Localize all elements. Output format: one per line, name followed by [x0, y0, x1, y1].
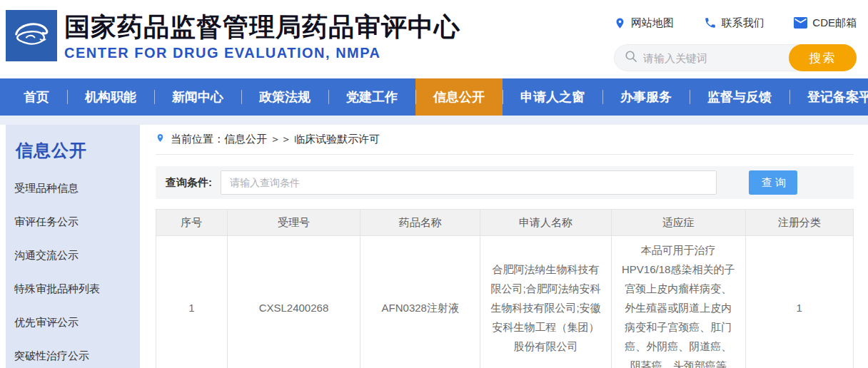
site-search: 搜索	[614, 44, 857, 71]
sitemap-link[interactable]: 网站地图	[614, 16, 674, 30]
cde-logo-swirl-icon	[9, 11, 54, 60]
site-title: 国家药品监督管理局药品审评中心	[64, 11, 460, 43]
cell-acceptance-no: CXSL2400268	[227, 236, 360, 368]
breadcrumb-text[interactable]: 当前位置：信息公开 ＞＞ 临床试验默示许可	[171, 133, 380, 146]
nav-item-info-disclosure[interactable]: 信息公开	[415, 78, 503, 116]
cell-drug-name: AFN0328注射液	[360, 236, 480, 368]
cell-applicant: 合肥阿法纳生物科技有限公司;合肥阿法纳安科生物科技有限公司;安徽安科生物工程（集…	[480, 236, 612, 368]
breadcrumb: 当前位置：信息公开 ＞＞ 临床试验默示许可	[156, 125, 854, 155]
col-header-indication: 适应症	[611, 210, 745, 236]
col-header-drug-name: 药品名称	[360, 210, 480, 236]
col-header-acceptance-no: 受理号	[227, 210, 360, 236]
contact-label: 联系我们	[722, 16, 764, 30]
nav-item-registration-platform[interactable]: 登记备案平台	[789, 78, 868, 116]
query-button[interactable]: 查询	[749, 170, 797, 195]
sidebar-item-communication[interactable]: 沟通交流公示	[6, 239, 140, 272]
nav-item-party[interactable]: 党建工作	[328, 78, 415, 116]
brand-block: 国家药品监督管理局药品审评中心 CENTER FOR DRUG EVALUATI…	[64, 11, 460, 61]
location-pin-icon	[156, 132, 165, 146]
contact-link[interactable]: 联系我们	[704, 16, 764, 30]
col-header-registration-class: 注册分类	[745, 210, 853, 236]
sidebar-item-priority-review[interactable]: 优先审评公示	[6, 306, 140, 339]
envelope-icon	[794, 17, 807, 29]
sidebar-item-accepted-varieties[interactable]: 受理品种信息	[6, 172, 140, 205]
main-nav-list: 首页 机构职能 新闻中心 政策法规 党建工作 信息公开 申请人之窗 办事服务 监…	[0, 78, 868, 116]
cell-registration-class: 1	[745, 236, 853, 368]
sidebar-item-breakthrough-therapy[interactable]: 突破性治疗公示	[6, 339, 140, 368]
query-condition-label: 查询条件:	[166, 176, 212, 190]
table-row: 1 CXSL2400268 AFN0328注射液 合肥阿法纳生物科技有限公司;合…	[156, 236, 854, 368]
header-right: 网站地图 联系我们 CDE邮箱 搜索	[614, 14, 857, 71]
site-subtitle: CENTER FOR DRUG EVALUATION, NMPA	[64, 45, 460, 61]
sidebar-title: 信息公开	[16, 139, 140, 162]
main-nav: 首页 机构职能 新闻中心 政策法规 党建工作 信息公开 申请人之窗 办事服务 监…	[0, 78, 868, 116]
cell-indication: 本品可用于治疗HPV16/18感染相关的子宫颈上皮内瘤样病变、外生殖器或阴道上皮…	[611, 236, 745, 368]
cde-mail-label: CDE邮箱	[812, 16, 857, 30]
magnifier-icon	[625, 50, 637, 66]
content-area: 当前位置：信息公开 ＞＞ 临床试验默示许可 查询条件: 查询 序号 受理号 药品…	[156, 125, 854, 368]
cde-logo	[6, 10, 57, 61]
table-header-row: 序号 受理号 药品名称 申请人名称 适应症 注册分类	[156, 210, 854, 236]
sidebar-item-special-approval[interactable]: 特殊审批品种列表	[6, 272, 140, 306]
map-pin-icon	[614, 16, 626, 30]
main-area: 信息公开 受理品种信息 审评任务公示 沟通交流公示 特殊审批品种列表 优先审评公…	[0, 125, 868, 368]
nav-item-services[interactable]: 办事服务	[602, 78, 690, 116]
nav-item-functions[interactable]: 机构职能	[67, 78, 154, 116]
sidebar-item-review-tasks[interactable]: 审评任务公示	[6, 205, 140, 239]
sidebar: 信息公开 受理品种信息 审评任务公示 沟通交流公示 特殊审批品种列表 优先审评公…	[6, 125, 140, 368]
nav-item-policies[interactable]: 政策法规	[241, 78, 328, 116]
search-button[interactable]: 搜索	[789, 44, 857, 71]
query-panel: 查询条件: 查询	[156, 166, 854, 199]
nav-item-supervision[interactable]: 监督与反馈	[690, 78, 789, 116]
results-table: 序号 受理号 药品名称 申请人名称 适应症 注册分类 1 CXSL2400268…	[156, 209, 854, 368]
col-header-seq: 序号	[156, 210, 228, 236]
nav-bottom-band	[0, 116, 868, 125]
nav-item-news[interactable]: 新闻中心	[154, 78, 241, 116]
nav-item-applicant-window[interactable]: 申请人之窗	[503, 78, 602, 116]
site-header: 国家药品监督管理局药品审评中心 CENTER FOR DRUG EVALUATI…	[0, 0, 868, 78]
phone-icon	[704, 16, 717, 29]
query-condition-input[interactable]	[221, 170, 717, 195]
search-input[interactable]	[643, 52, 779, 64]
nav-item-home[interactable]: 首页	[6, 78, 67, 116]
col-header-applicant: 申请人名称	[480, 210, 612, 236]
utility-links: 网站地图 联系我们 CDE邮箱	[614, 14, 857, 31]
cell-seq: 1	[156, 236, 228, 368]
cde-mail-link[interactable]: CDE邮箱	[794, 16, 857, 30]
sitemap-label: 网站地图	[631, 16, 674, 30]
